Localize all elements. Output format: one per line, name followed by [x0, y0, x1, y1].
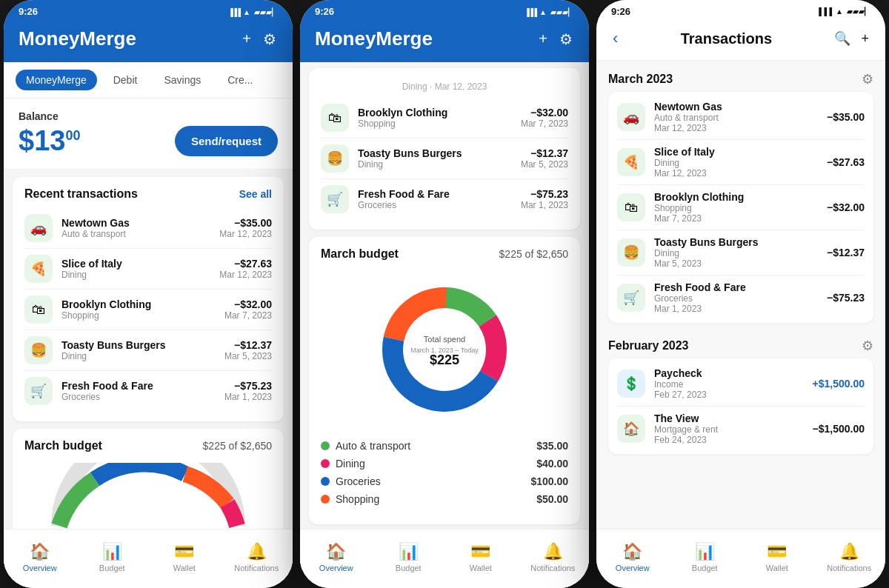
txn-category: Dining: [61, 270, 210, 280]
txn-date: Mar 1, 2023: [224, 392, 272, 402]
legend-value: $100.00: [530, 475, 568, 487]
txn-amount: −$35.00: [827, 111, 865, 123]
transaction-item[interactable]: 🚗 Newtown Gas Auto & transport −$35.00 M…: [24, 208, 272, 249]
txn-amount: +$1,500.00: [813, 378, 865, 390]
txn-icon: 💲: [617, 370, 645, 398]
header-2: MoneyMerge + ⚙: [300, 20, 589, 62]
txn-amount: −$27.63: [219, 258, 272, 270]
transaction-item[interactable]: 🛍 Brooklyn Clothing Shopping −$32.00 Mar…: [24, 290, 272, 330]
phone3-body: March 2023 ⚙ 🚗 Newtown Gas Auto & transp…: [596, 61, 885, 545]
recent-transactions-card: Recent transactions See all 🚗 Newtown Ga…: [13, 177, 284, 421]
balance-amount: $1300: [19, 125, 80, 157]
bottom-nav-3: 🏠 Overview 📊 Budget 💳 Wallet 🔔 Notificat…: [596, 529, 885, 588]
nav-notifications-2[interactable]: 🔔 Notifications: [517, 535, 590, 579]
transaction-item[interactable]: 🍔 Toasty Buns Burgers Dining −$12.37 Mar…: [24, 330, 272, 371]
transaction-item[interactable]: 🍔 Toasty Buns Burgers Dining Mar 5, 2023…: [617, 230, 865, 275]
send-request-button[interactable]: Send/request: [175, 126, 278, 156]
txn-category: Dining: [61, 351, 216, 361]
transaction-item[interactable]: 🛍 Brooklyn Clothing Shopping −$32.00 Mar…: [321, 98, 568, 138]
transaction-item[interactable]: 💲 Paycheck Income Feb 27, 2023 +$1,500.0…: [617, 361, 865, 407]
txn-category: Dining: [654, 158, 818, 168]
txn-icon: 🛍: [617, 193, 645, 221]
transaction-item[interactable]: 🛒 Fresh Food & Fare Groceries −$75.23 Ma…: [24, 371, 272, 411]
txn-name: Toasty Buns Burgers: [358, 147, 512, 159]
tab-debit[interactable]: Debit: [103, 70, 148, 90]
txn-name: Slice of Italy: [654, 146, 818, 158]
balance-section: Balance $1300 Send/request: [4, 98, 293, 170]
transaction-item[interactable]: 🏠 The View Mortgage & rent Feb 24, 2023 …: [617, 407, 865, 451]
nav-budget-2[interactable]: 📊 Budget: [373, 535, 445, 579]
txn-name: Slice of Italy: [61, 258, 210, 270]
txn-icon: 🛒: [617, 284, 645, 312]
budget-icon-3: 📊: [695, 542, 715, 561]
nav-wallet-3[interactable]: 💳 Wallet: [741, 535, 813, 579]
txn-category: Dining: [358, 159, 512, 170]
bottom-nav-2: 🏠 Overview 📊 Budget 💳 Wallet 🔔 Notificat…: [300, 529, 589, 588]
time-3: 9:26: [611, 6, 630, 17]
legend-label: Shopping: [336, 493, 379, 505]
phone-2: 9:26 MoneyMerge + ⚙ Dining · Mar 12, 202…: [300, 0, 589, 588]
bell-icon-1: 🔔: [247, 542, 267, 561]
see-all-link[interactable]: See all: [239, 188, 272, 200]
nav-overview-2[interactable]: 🏠 Overview: [300, 535, 373, 579]
txn-name: Toasty Buns Burgers: [654, 236, 818, 248]
transaction-item[interactable]: 🛒 Fresh Food & Fare Groceries −$75.23 Ma…: [321, 179, 568, 219]
battery-icon-2: [550, 6, 574, 17]
signal-icon-3: ▐▐▐: [816, 7, 832, 16]
txn-category: Shopping: [654, 203, 818, 213]
txn-date: Feb 27, 2023: [654, 390, 804, 400]
battery-icon-1: [254, 6, 278, 17]
nav-notifications-3[interactable]: 🔔 Notifications: [813, 535, 886, 579]
app-title-1: MoneyMerge: [19, 27, 136, 50]
nav-overview-1[interactable]: 🏠 Overview: [4, 535, 76, 579]
tab-savings[interactable]: Savings: [153, 70, 211, 90]
settings-button-2[interactable]: ⚙: [558, 29, 574, 50]
nav-notifications-1[interactable]: 🔔 Notifications: [221, 535, 293, 579]
transaction-item[interactable]: 🍕 Slice of Italy Dining Mar 12, 2023 −$2…: [617, 140, 865, 185]
txn-date: Mar 12, 2023: [654, 168, 818, 178]
transaction-item[interactable]: 🛒 Fresh Food & Fare Groceries Mar 1, 202…: [617, 275, 865, 320]
txn-amount: −$75.23: [827, 292, 865, 304]
status-bar-2: 9:26: [300, 0, 589, 20]
month-label: February 2023: [608, 339, 689, 353]
nav-budget-3[interactable]: 📊 Budget: [669, 535, 742, 579]
donut-legend: Auto & transport $35.00 Dining $40.00 Gr…: [321, 431, 568, 514]
add-button-2[interactable]: +: [537, 29, 549, 49]
nav-overview-3[interactable]: 🏠 Overview: [596, 535, 669, 579]
settings-button-1[interactable]: ⚙: [262, 29, 278, 50]
add-button-1[interactable]: +: [241, 29, 253, 49]
txn-amount: −$32.00: [224, 298, 272, 310]
wifi-icon-1: [243, 6, 250, 17]
txn-amount: −$27.63: [827, 156, 865, 168]
filter-icon[interactable]: ⚙: [862, 338, 873, 354]
txn-icon: 🏠: [617, 415, 645, 443]
nav-budget-1[interactable]: 📊 Budget: [76, 535, 149, 579]
p2-transactions-list: 🛍 Brooklyn Clothing Shopping −$32.00 Mar…: [321, 98, 568, 219]
legend-item: Auto & transport $35.00: [321, 437, 568, 455]
legend-label: Dining: [336, 458, 365, 470]
txn-name: Brooklyn Clothing: [358, 107, 512, 118]
svg-text:Total spend: Total spend: [424, 335, 465, 344]
time-2: 9:26: [315, 6, 334, 17]
wallet-icon-3: 💳: [767, 542, 787, 561]
transactions-list-1: 🚗 Newtown Gas Auto & transport −$35.00 M…: [24, 208, 272, 411]
nav-wallet-1[interactable]: 💳 Wallet: [148, 535, 221, 579]
back-button[interactable]: ‹: [611, 27, 619, 50]
budget-icon-1: 📊: [102, 542, 122, 561]
transaction-item[interactable]: 🍔 Toasty Buns Burgers Dining −$12.37 Mar…: [321, 138, 568, 179]
transaction-item[interactable]: 🍕 Slice of Italy Dining −$27.63 Mar 12, …: [24, 249, 272, 290]
budget-icon-2: 📊: [399, 542, 419, 561]
search-button-3[interactable]: 🔍: [833, 29, 852, 48]
txn-icon: 🛒: [24, 377, 53, 405]
txn-date: Mar 12, 2023: [219, 229, 272, 239]
home-icon-3: 🏠: [622, 542, 642, 561]
add-button-3[interactable]: +: [859, 29, 870, 48]
filter-icon[interactable]: ⚙: [862, 71, 873, 87]
budget-card-1: March budget $225 of $2,650: [13, 429, 284, 540]
transaction-item[interactable]: 🛍 Brooklyn Clothing Shopping Mar 7, 2023…: [617, 185, 865, 230]
status-bar-3: 9:26 ▐▐▐ ▲ ▰▰▰▏: [596, 0, 885, 20]
tab-credit[interactable]: Cre...: [217, 70, 263, 90]
tab-moneymerge[interactable]: MoneyMerge: [16, 70, 97, 90]
transaction-item[interactable]: 🚗 Newtown Gas Auto & transport Mar 12, 2…: [617, 95, 865, 140]
nav-wallet-2[interactable]: 💳 Wallet: [444, 535, 517, 579]
